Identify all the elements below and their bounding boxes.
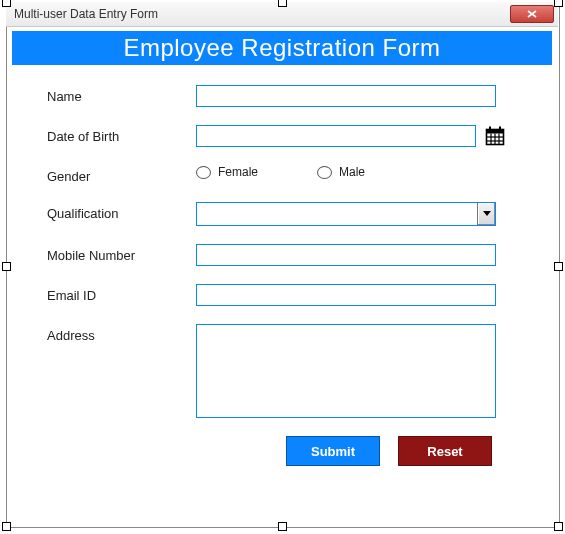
selection-handle[interactable] xyxy=(554,522,563,531)
close-button[interactable] xyxy=(510,5,554,23)
calendar-icon[interactable] xyxy=(484,125,506,147)
row-address: Address xyxy=(46,324,530,418)
name-input[interactable] xyxy=(196,85,496,107)
radio-female[interactable]: Female xyxy=(196,165,259,179)
form-title: Employee Registration Form xyxy=(123,34,440,62)
svg-rect-5 xyxy=(499,127,501,131)
row-gender: Gender Female Male xyxy=(46,165,530,184)
selection-handle[interactable] xyxy=(554,0,563,7)
form-body: Name Date of Birth xyxy=(6,65,558,482)
mobile-input[interactable] xyxy=(196,244,496,266)
button-row: Submit Reset xyxy=(46,436,530,466)
row-email: Email ID xyxy=(46,284,530,306)
dob-input[interactable] xyxy=(196,125,476,147)
row-mobile: Mobile Number xyxy=(46,244,530,266)
selection-handle[interactable] xyxy=(278,0,287,7)
selection-handle[interactable] xyxy=(278,522,287,531)
close-icon xyxy=(527,10,537,18)
selection-handle[interactable] xyxy=(554,262,563,271)
qualification-value xyxy=(197,203,477,225)
form-header: Employee Registration Form xyxy=(12,31,552,65)
window-title: Multi-user Data Entry Form xyxy=(14,7,510,21)
reset-button[interactable]: Reset xyxy=(398,436,492,466)
selection-handle[interactable] xyxy=(2,522,11,531)
email-input[interactable] xyxy=(196,284,496,306)
selection-handle[interactable] xyxy=(2,0,11,7)
address-textarea[interactable] xyxy=(196,324,496,418)
selection-handle[interactable] xyxy=(2,262,11,271)
userform-window: Multi-user Data Entry Form Employee Regi… xyxy=(6,2,558,526)
radio-male-label: Male xyxy=(338,165,366,179)
radio-icon xyxy=(196,166,211,179)
label-mobile: Mobile Number xyxy=(46,244,196,263)
chevron-down-icon[interactable] xyxy=(477,203,495,225)
label-gender: Gender xyxy=(46,165,196,184)
row-qualification: Qualification xyxy=(46,202,530,226)
radio-female-label: Female xyxy=(217,165,259,179)
row-name: Name xyxy=(46,85,530,107)
qualification-combobox[interactable] xyxy=(196,202,496,226)
radio-male[interactable]: Male xyxy=(317,165,366,179)
label-name: Name xyxy=(46,85,196,104)
svg-rect-4 xyxy=(489,127,491,131)
label-dob: Date of Birth xyxy=(46,125,196,144)
radio-icon xyxy=(317,166,332,179)
row-dob: Date of Birth xyxy=(46,125,530,147)
label-email: Email ID xyxy=(46,284,196,303)
submit-button[interactable]: Submit xyxy=(286,436,380,466)
label-address: Address xyxy=(46,324,196,343)
submit-button-label: Submit xyxy=(311,444,355,459)
svg-marker-11 xyxy=(483,211,491,216)
label-qualification: Qualification xyxy=(46,202,196,221)
reset-button-label: Reset xyxy=(427,444,462,459)
